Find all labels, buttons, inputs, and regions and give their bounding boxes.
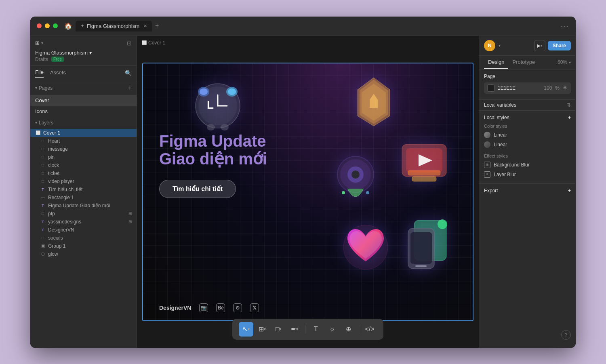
canvas-area: ⬜ Cover 1 [137,36,479,348]
new-tab-button[interactable]: + [155,22,159,29]
maximize-button[interactable] [53,23,58,28]
layers-icon: ⊞ [35,40,40,46]
tab-label: Figma Glassmorphism [87,23,139,29]
layer-tim-hieu[interactable]: T Tìm hiểu chi tiết [30,185,137,194]
play-button[interactable]: ▶ ▾ [534,40,545,51]
svg-point-6 [200,88,208,95]
canvas-content[interactable]: L [137,36,479,348]
search-icon[interactable]: 🔍 [125,70,132,76]
layer-ticket-label: ticket [48,170,59,176]
frame-icon: ⬜ [35,130,41,136]
layers-toggle[interactable]: ⊞ ▾ [35,40,43,46]
page-color-row[interactable]: 1E1E1E 100 % 👁 [484,82,571,94]
design-cta-button[interactable]: Tìm hiểu chi tiết [159,180,236,198]
layer-heart[interactable]: □ Heart [30,137,137,145]
layer-ticket[interactable]: □ ticket [30,169,137,177]
page-cover[interactable]: Cover [30,95,137,106]
svg-text:L: L [207,99,214,111]
layer-clock[interactable]: □ clock [30,161,137,169]
pages-list: Cover Icons [30,95,137,117]
code-tool-button[interactable]: </> [362,322,377,337]
toolbar-separator-2 [359,325,359,333]
layer-group1[interactable]: ▣ Group 1 [30,242,137,250]
text-tool-button[interactable]: T [309,322,323,337]
figma-icon: ✦ [80,23,84,29]
active-tab[interactable]: ✦ Figma Glassmorphism ✕ [76,21,152,32]
help-button[interactable]: ? [561,330,571,340]
export-header: Export + [484,188,571,194]
layer-yassine[interactable]: T yassinedesigns ⊞ [30,218,137,226]
layer-designer-vn-label: DesignerVN [48,227,74,233]
layer-socials[interactable]: □ socials [30,234,137,242]
page-icons[interactable]: Icons [30,106,137,117]
share-button[interactable]: Share [548,41,571,50]
nav-row: File Assets 🔍 [30,66,137,81]
color-style-1[interactable]: Linear [484,130,571,140]
select-tool-icon: ↖ [242,325,248,333]
pen-tool-button[interactable]: ✒ ▾ [287,322,302,337]
frame-tool-chevron: ▾ [264,327,266,331]
footer-brand-label: DesignerVN [159,305,191,311]
free-badge: Free [51,57,64,62]
page-color-swatch [487,84,494,92]
layer-messege[interactable]: □ messege [30,145,137,153]
user-avatar[interactable]: N [484,40,495,51]
color-styles-label: Color styles [484,124,571,128]
layer-video-player[interactable]: □ video player [30,177,137,185]
component-tool-button[interactable]: ⊕ [341,322,356,337]
sidebar-layout-icon[interactable]: ⊡ [127,40,132,46]
add-export-button[interactable]: + [568,188,571,194]
text-icon-2: T [40,203,46,208]
zoom-control[interactable]: 60% ▾ [558,56,571,69]
layer-pfp[interactable]: □ pfp ⊞ [30,210,137,218]
layers-label: ▾ Layers [35,120,53,126]
color-style-2[interactable]: Linear [484,140,571,149]
breadcrumb-label: Cover 1 [148,40,165,46]
user-chevron[interactable]: ▾ [499,43,501,48]
titlebar: 🏠 ✦ Figma Glassmorphism ✕ + ··· [30,17,576,36]
layer-cover1[interactable]: ⬜ Cover 1 [30,129,137,137]
local-variables-row[interactable]: Local variables ⇅ [479,100,576,111]
group-icon: ▣ [40,243,46,249]
clock-icon-design: L [191,76,244,138]
more-options-button[interactable]: ··· [561,22,569,30]
prototype-tab[interactable]: Prototype [508,56,539,69]
frame-tool-button[interactable]: ⊞ ▾ [255,322,269,337]
effect-style-bg-blur[interactable]: ⊞ Background Blur [484,160,571,170]
code-tool-icon: </> [365,326,374,333]
layer-rectangle1[interactable]: — Rectangle 1 [30,194,137,202]
layer-figma-update[interactable]: T Figma Update Giao diện mới [30,202,137,210]
pages-section-label: Pages [39,85,53,91]
svg-rect-21 [412,177,436,181]
location-icon-design [331,152,380,206]
svg-point-16 [366,191,369,194]
home-icon[interactable]: 🏠 [64,22,72,30]
effect-style-layer-blur[interactable]: ≡ Layer Blur [484,170,571,179]
tag-icon-design [347,72,400,134]
visibility-icon[interactable]: 👁 [563,85,568,91]
close-button[interactable] [37,23,42,28]
layer-pin[interactable]: □ pin [30,153,137,161]
layer-glow[interactable]: ◯ glow [30,250,137,258]
layers-collapse-icon[interactable]: ▾ [35,120,37,125]
breadcrumb-frame-icon: ⬜ [142,40,147,45]
minimize-button[interactable] [45,23,50,28]
shape-tool-button[interactable]: □ ▾ [271,322,286,337]
select-tool-button[interactable]: ↖ ▾ [239,322,253,337]
nav-file-tab[interactable]: File [35,69,44,78]
tab-close-icon[interactable]: ✕ [143,23,147,29]
local-variables-icon[interactable]: ⇅ [567,102,571,108]
design-footer: DesignerVN 📷 Bé ⊙ 𝕏 [159,303,259,312]
pen-tool-icon: ✒ [291,325,296,333]
local-variables-label: Local variables [484,102,516,108]
pages-collapse-icon[interactable]: ▾ [35,86,37,90]
design-tab[interactable]: Design [484,56,508,69]
app-window: 🏠 ✦ Figma Glassmorphism ✕ + ··· ⊞ ▾ ⊡ [30,17,576,348]
layer-designer-vn[interactable]: T DesignerVN [30,226,137,234]
nav-assets-tab[interactable]: Assets [50,69,66,77]
breadcrumb: ⬜ Cover 1 [142,40,165,46]
add-style-button[interactable]: + [568,115,571,120]
add-page-button[interactable]: + [128,84,132,92]
comment-tool-button[interactable]: ○ [325,322,339,337]
component-tool-icon: ⊕ [346,325,351,333]
